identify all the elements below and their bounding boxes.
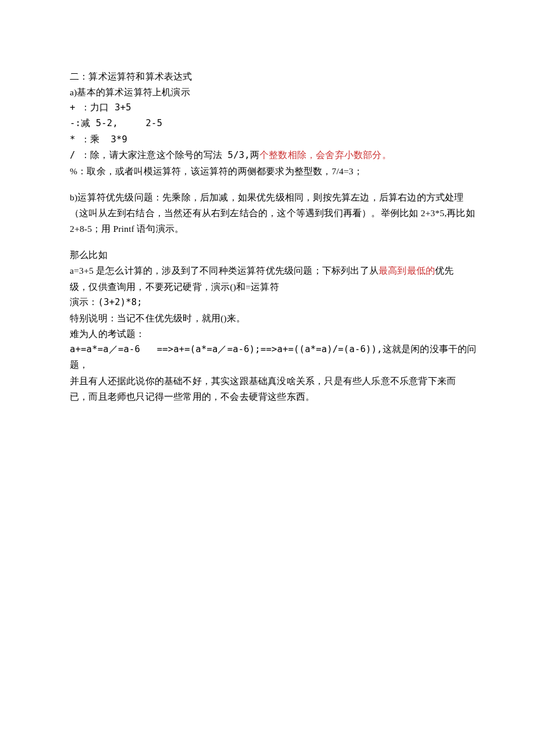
line-divide: / ：除，请大家注意这个除号的写法 5/3,两个整数相除，会舍弃小数部分。: [70, 148, 477, 163]
heading-section-2: 二：算术运算符和算术表达式: [70, 69, 477, 84]
line-demo: 演示：(3+2)*8;: [70, 295, 477, 310]
line-exam-expr: a+=a*=a／=a-6 ==>a+=(a*=a／=a-6);==>a+=((a…: [70, 342, 477, 373]
line-minus: -:减 5-2, 2-5: [70, 116, 477, 131]
line-b3: 2+8-5；用 Printf 语句演示。: [70, 221, 477, 237]
line-a-intro: a)基本的算术运算符上机演示: [70, 84, 477, 100]
line-example-a: a=3+5 是怎么计算的，涉及到了不同种类运算符优先级问题；下标列出了从最高到最…: [70, 263, 477, 278]
line-example-a1: a=3+5 是怎么计算的，涉及到了不同种类运算符优先级问题；下标列出了从: [70, 266, 379, 275]
line-b2: （这叫从左到右结合，当然还有从右到左结合的，这个等遇到我们再看）。举例比如 2+…: [70, 205, 477, 221]
line-multiply: * ：乘 3*9: [70, 132, 477, 148]
line-plus: + ：力口 3+5: [70, 100, 477, 116]
line-modulo: %：取余，或者叫模运算符，该运算符的两侧都要求为整型数，7/4=3；: [70, 163, 477, 179]
line-example-intro: 那么比如: [70, 247, 477, 263]
line-example-a-red: 最高到最低的: [379, 266, 435, 275]
line-divide-red: 个整数相除，会舍弃小数部分。: [259, 150, 391, 160]
line-example-b: 级，仅供查询用，不要死记硬背，演示()和=运算符: [70, 279, 477, 295]
line-example-a2: 优先: [435, 266, 454, 275]
line-exam-title: 难为人的考试题：: [70, 326, 477, 342]
line-exam-comment1: 并且有人还据此说你的基础不好，其实这跟基础真没啥关系，只是有些人乐意不乐意背下来…: [70, 373, 477, 389]
line-divide-black: / ：除，请大家注意这个除号的写法 5/3,两: [70, 150, 259, 160]
blank-line-2: [70, 237, 477, 247]
line-note: 特别说明：当记不住优先级时，就用()来。: [70, 310, 477, 326]
line-exam-comment2: 已，而且老师也只记得一些常用的，不会去硬背这些东西。: [70, 389, 477, 404]
blank-line-1: [70, 179, 477, 189]
line-b1: b)运算符优先级问题：先乘除，后加减，如果优先级相同，则按先算左边，后算右边的方…: [70, 189, 477, 205]
